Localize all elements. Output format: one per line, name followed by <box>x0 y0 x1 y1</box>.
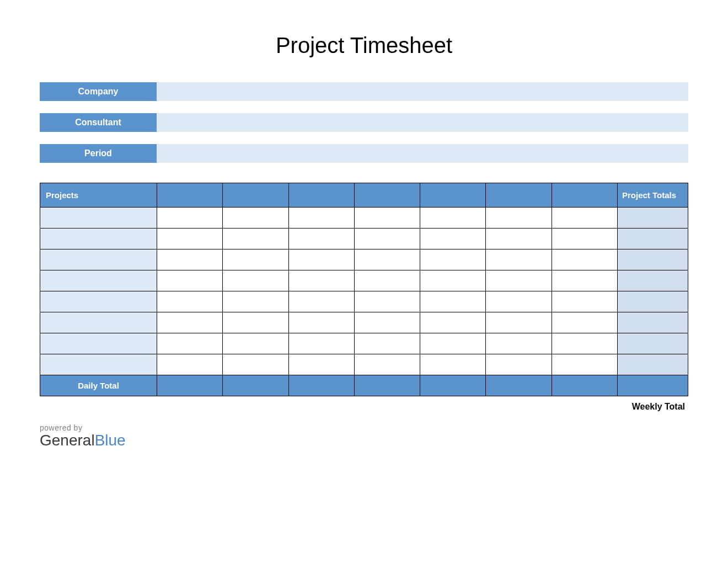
period-label: Period <box>40 144 157 163</box>
hours-cell[interactable] <box>354 333 420 354</box>
hours-cell[interactable] <box>552 312 617 333</box>
hours-cell[interactable] <box>354 270 420 291</box>
hours-cell[interactable] <box>552 270 617 291</box>
company-row: Company <box>40 82 688 101</box>
daily-total-row: Daily Total <box>40 375 688 396</box>
table-row <box>40 291 688 312</box>
hours-cell[interactable] <box>157 312 223 333</box>
period-row: Period <box>40 144 688 163</box>
project-total-cell <box>618 208 688 229</box>
header-day <box>223 183 288 208</box>
hours-cell[interactable] <box>223 333 288 354</box>
hours-cell[interactable] <box>288 249 354 270</box>
hours-cell[interactable] <box>354 249 420 270</box>
info-section: Company Consultant Period <box>40 82 688 163</box>
hours-cell[interactable] <box>354 354 420 375</box>
hours-cell[interactable] <box>552 354 617 375</box>
hours-cell[interactable] <box>354 312 420 333</box>
hours-cell[interactable] <box>157 354 223 375</box>
project-cell[interactable] <box>40 312 157 333</box>
daily-total-cell <box>486 375 552 396</box>
hours-cell[interactable] <box>420 291 486 312</box>
hours-cell[interactable] <box>223 208 288 229</box>
hours-cell[interactable] <box>157 229 223 249</box>
hours-cell[interactable] <box>354 229 420 249</box>
hours-cell[interactable] <box>486 291 552 312</box>
consultant-row: Consultant <box>40 113 688 132</box>
header-day <box>486 183 552 208</box>
table-row <box>40 270 688 291</box>
hours-cell[interactable] <box>288 229 354 249</box>
hours-cell[interactable] <box>354 291 420 312</box>
hours-cell[interactable] <box>288 312 354 333</box>
hours-cell[interactable] <box>486 229 552 249</box>
hours-cell[interactable] <box>486 312 552 333</box>
project-total-cell <box>618 291 688 312</box>
hours-cell[interactable] <box>223 229 288 249</box>
hours-cell[interactable] <box>420 312 486 333</box>
consultant-input[interactable] <box>157 113 688 132</box>
hours-cell[interactable] <box>486 354 552 375</box>
project-cell[interactable] <box>40 333 157 354</box>
hours-cell[interactable] <box>552 249 617 270</box>
hours-cell[interactable] <box>157 291 223 312</box>
hours-cell[interactable] <box>552 229 617 249</box>
hours-cell[interactable] <box>552 291 617 312</box>
hours-cell[interactable] <box>486 333 552 354</box>
hours-cell[interactable] <box>486 249 552 270</box>
hours-cell[interactable] <box>486 270 552 291</box>
hours-cell[interactable] <box>223 270 288 291</box>
hours-cell[interactable] <box>420 249 486 270</box>
project-cell[interactable] <box>40 291 157 312</box>
project-cell[interactable] <box>40 354 157 375</box>
timesheet-table: Projects Project Totals Daily Total <box>40 183 688 396</box>
project-total-cell <box>618 229 688 249</box>
project-cell[interactable] <box>40 249 157 270</box>
daily-total-cell <box>420 375 486 396</box>
table-row <box>40 249 688 270</box>
hours-cell[interactable] <box>486 208 552 229</box>
table-header-row: Projects Project Totals <box>40 183 688 208</box>
hours-cell[interactable] <box>223 312 288 333</box>
project-cell[interactable] <box>40 208 157 229</box>
header-day <box>420 183 486 208</box>
hours-cell[interactable] <box>420 270 486 291</box>
company-input[interactable] <box>157 82 688 101</box>
hours-cell[interactable] <box>288 291 354 312</box>
hours-cell[interactable] <box>223 249 288 270</box>
project-cell[interactable] <box>40 270 157 291</box>
table-row <box>40 333 688 354</box>
hours-cell[interactable] <box>420 333 486 354</box>
table-row <box>40 354 688 375</box>
consultant-label: Consultant <box>40 113 157 132</box>
hours-cell[interactable] <box>288 270 354 291</box>
table-row <box>40 229 688 249</box>
hours-cell[interactable] <box>552 333 617 354</box>
hours-cell[interactable] <box>354 208 420 229</box>
table-row <box>40 208 688 229</box>
hours-cell[interactable] <box>223 291 288 312</box>
daily-total-cell <box>288 375 354 396</box>
project-cell[interactable] <box>40 229 157 249</box>
period-input[interactable] <box>157 144 688 163</box>
grand-total-cell <box>618 375 688 396</box>
powered-by-label: powered by <box>40 424 688 432</box>
project-total-cell <box>618 312 688 333</box>
brand-name-part1: General <box>40 432 95 449</box>
hours-cell[interactable] <box>420 208 486 229</box>
hours-cell[interactable] <box>223 354 288 375</box>
daily-total-cell <box>552 375 617 396</box>
hours-cell[interactable] <box>288 208 354 229</box>
hours-cell[interactable] <box>552 208 617 229</box>
branding: powered by GeneralBlue <box>40 424 688 449</box>
header-project-totals: Project Totals <box>618 183 688 208</box>
hours-cell[interactable] <box>157 249 223 270</box>
hours-cell[interactable] <box>288 333 354 354</box>
hours-cell[interactable] <box>157 270 223 291</box>
hours-cell[interactable] <box>157 333 223 354</box>
hours-cell[interactable] <box>157 208 223 229</box>
hours-cell[interactable] <box>288 354 354 375</box>
hours-cell[interactable] <box>420 354 486 375</box>
daily-total-cell <box>157 375 223 396</box>
hours-cell[interactable] <box>420 229 486 249</box>
